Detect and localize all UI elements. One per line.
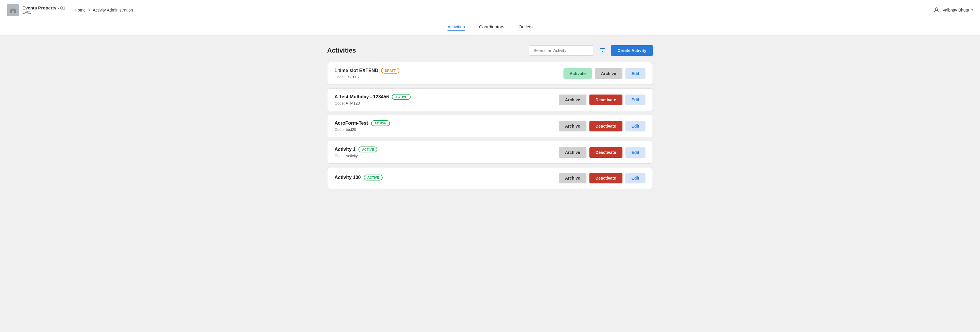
svg-marker-2 [10,7,16,10]
tab-coordinators[interactable]: Coordinators [479,24,504,31]
edit-button[interactable]: Edit [625,173,646,184]
activity-badge: ACTIVE [392,94,410,100]
activity-name: A Test Multiday - 123456 ACTIVE [334,94,559,100]
edit-button[interactable]: Edit [625,68,646,79]
breadcrumb-separator: > [88,8,90,13]
activity-name: Activity 100 ACTIVE [334,174,559,180]
deactivate-button[interactable]: Deactivate [589,147,622,158]
edit-button[interactable]: Edit [625,147,646,158]
search-input[interactable] [529,45,594,56]
archive-button[interactable]: Archive [559,173,586,184]
deactivate-button[interactable]: Deactivate [589,94,622,105]
activity-list: 1 time slot EXTEND DRAFT Code: TSE007 Ac… [327,62,653,189]
activity-card: Activity 1 ACTIVE Code: Activity_1 Archi… [327,141,653,164]
activity-actions: ArchiveDeactivateEdit [559,121,646,131]
activity-card: A Test Multiday - 123456 ACTIVE Code: AT… [327,88,653,111]
activity-card: Activity 100 ACTIVE ArchiveDeactivateEdi… [327,167,653,189]
archive-button[interactable]: Archive [559,121,586,131]
activate-button[interactable]: Activate [563,68,592,79]
nav-tabs: Activities Coordinators Outlets [0,20,980,35]
user-menu[interactable]: Valbhav Bhuta ▾ [933,6,973,14]
activity-title: A Test Multiday - 123456 [334,94,389,99]
archive-button[interactable]: Archive [559,94,586,105]
user-name: Valbhav Bhuta [943,8,969,13]
activity-info: 1 time slot EXTEND DRAFT Code: TSE007 [334,68,563,79]
svg-point-3 [935,8,938,10]
activity-card: 1 time slot EXTEND DRAFT Code: TSE007 Ac… [327,62,653,85]
logo-block: Events Property - 01 EV01 [7,4,65,16]
property-text: Events Property - 01 EV01 [22,5,65,14]
archive-button[interactable]: Archive [595,68,622,79]
activity-actions: ArchiveDeactivateEdit [559,173,646,184]
activity-name: Activity 1 ACTIVE [334,147,559,152]
tab-outlets[interactable]: Outlets [519,24,533,31]
deactivate-button[interactable]: Deactivate [589,121,622,131]
activity-name: AcroForm-Test ACTIVE [334,120,559,126]
activity-actions: ArchiveDeactivateEdit [559,94,646,105]
filter-button[interactable] [597,45,608,56]
activity-info: Activity 1 ACTIVE Code: Activity_1 [334,147,559,158]
activity-badge: DRAFT [381,68,399,73]
activity-title: AcroForm-Test [334,121,368,126]
activity-badge: ACTIVE [371,120,390,126]
activity-badge: ACTIVE [364,174,383,180]
filter-icon [600,47,605,54]
activity-badge: ACTIVE [358,147,377,152]
activity-code: Code: ATM123 [334,101,559,105]
edit-button[interactable]: Edit [625,121,646,131]
activity-name: 1 time slot EXTEND DRAFT [334,68,563,73]
activity-code: Code: Activity_1 [334,153,559,158]
archive-button[interactable]: Archive [559,147,586,158]
edit-button[interactable]: Edit [625,94,646,105]
deactivate-button[interactable]: Deactivate [589,173,622,184]
activity-title: Activity 1 [334,147,355,152]
tab-activities[interactable]: Activities [447,24,465,31]
activity-title: 1 time slot EXTEND [334,68,378,73]
page-title: Activities [327,47,356,54]
property-icon [7,4,19,16]
chevron-down-icon: ▾ [972,8,973,11]
main-content: Activities Create Activity 1 time slot E… [313,35,667,198]
breadcrumb-current: Activity Administration [93,8,133,13]
breadcrumb-home[interactable]: Home [75,8,86,13]
activity-card: AcroForm-Test ACTIVE Code: test25 Archiv… [327,115,653,137]
toolbar-right: Create Activity [529,45,653,56]
activity-actions: ActivateArchiveEdit [563,68,646,79]
breadcrumb: Home > Activity Administration [75,8,133,13]
activity-actions: ArchiveDeactivateEdit [559,147,646,158]
create-activity-button[interactable]: Create Activity [611,45,653,56]
activity-info: A Test Multiday - 123456 ACTIVE Code: AT… [334,94,559,105]
activity-code: Code: TSE007 [334,75,563,79]
property-code: EV01 [22,10,65,14]
user-icon [933,6,940,14]
activity-title: Activity 100 [334,175,361,180]
svg-rect-1 [12,11,14,13]
activity-code: Code: test25 [334,127,559,132]
header: Events Property - 01 EV01 Home > Activit… [0,0,980,20]
activities-header: Activities Create Activity [327,45,653,56]
activity-info: Activity 100 ACTIVE [334,174,559,182]
activity-info: AcroForm-Test ACTIVE Code: test25 [334,120,559,132]
property-name: Events Property - 01 [22,5,65,10]
